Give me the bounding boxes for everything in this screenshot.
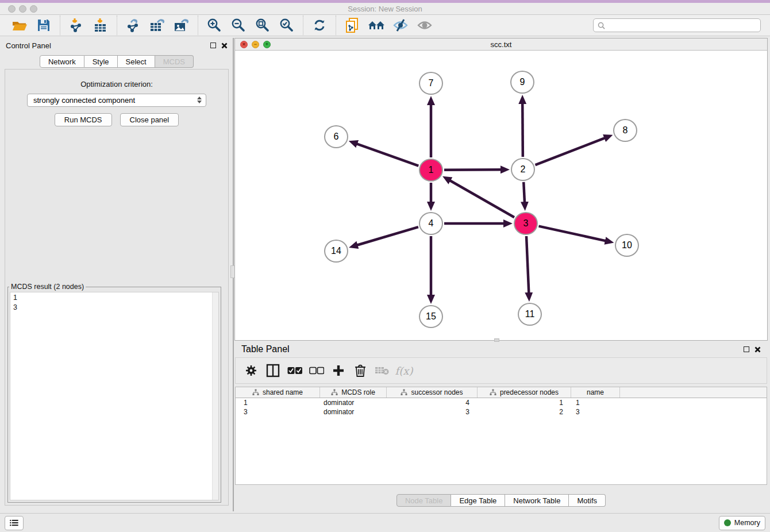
float-panel-icon[interactable] [210,43,216,48]
column-header-shared-name[interactable]: shared name [236,387,320,398]
graph-edge-2-3[interactable] [523,182,525,204]
run-mcds-button[interactable]: Run MCDS [55,113,112,126]
panel-splitter[interactable] [233,38,234,511]
memory-status-icon [724,519,731,526]
deselect-all-button[interactable] [307,361,326,380]
graph-node-4[interactable]: 4 [419,212,443,235]
result-line: 3 [13,303,215,313]
import-table-button[interactable] [88,16,113,34]
home-button[interactable] [364,16,388,34]
main-toolbar [0,15,770,36]
column-header-successor-nodes[interactable]: successor nodes [387,387,478,398]
graph-edge-2-8[interactable] [535,137,606,165]
tab-mcds[interactable]: MCDS [155,55,194,68]
hierarchy-icon [252,389,259,396]
graph-node-8[interactable]: 8 [613,119,637,142]
graph-edge-3-10[interactable] [538,226,607,241]
show-columns-button[interactable] [263,361,283,380]
mcds-result-box: MCDS result (2 nodes) 1 3 [7,283,221,503]
select-stepper-icon [197,97,202,103]
mcds-result-legend: MCDS result (2 nodes) [9,283,86,291]
graph-node-3[interactable]: 3 [514,212,538,235]
zoom-out-button[interactable] [226,16,251,34]
gear-icon [245,364,257,377]
search-box[interactable] [593,18,761,32]
zoom-selected-button[interactable] [275,16,299,34]
cell-shared-name: 3 [236,407,320,417]
tab-network-table[interactable]: Network Table [505,494,569,507]
refresh-button[interactable] [307,16,332,34]
table-row[interactable]: 3 dominator 3 2 3 [236,407,767,417]
network-canvas[interactable]: 7968124314101511 [234,51,768,341]
clone-network-button[interactable] [340,16,364,34]
result-scrollbar[interactable] [212,292,218,500]
column-header-mcds-role[interactable]: MCDS role [320,387,387,398]
cell-predecessor-nodes: 2 [478,407,571,417]
graph-edge-1-2[interactable] [444,169,503,170]
graph-node-10[interactable]: 10 [615,234,639,257]
import-table-icon [93,18,108,33]
checked-boxes-icon [287,367,302,375]
graph-node-7[interactable]: 7 [419,72,443,95]
delete-row-button[interactable] [351,361,370,380]
open-folder-icon [11,18,28,33]
graph-node-9[interactable]: 9 [510,71,534,94]
tab-motifs[interactable]: Motifs [569,494,606,507]
table-panel-title: Table Panel [241,344,290,354]
graph-node-14[interactable]: 14 [324,240,348,263]
close-panel-button[interactable]: Close panel [120,113,179,126]
graph-node-6[interactable]: 6 [324,125,348,148]
graph-node-11[interactable]: 11 [518,303,542,326]
plus-icon [332,364,345,377]
select-all-button[interactable] [285,361,305,380]
graph-edge-3-1[interactable] [448,180,514,218]
column-header-name[interactable]: name [571,387,620,398]
graph-edge-1-6[interactable] [355,143,418,165]
memory-button[interactable]: Memory [719,516,765,530]
tab-network[interactable]: Network [40,55,84,68]
graph-edge-4-14[interactable] [356,227,418,245]
search-input[interactable] [608,21,756,29]
status-bar: Memory [0,513,770,532]
export-table-button[interactable] [145,16,170,34]
mcds-result-textarea[interactable]: 1 3 [10,292,219,500]
close-panel-icon[interactable] [221,43,228,49]
control-panel-title: Control Panel [6,41,51,50]
zoom-fit-button[interactable] [251,16,275,34]
task-history-button[interactable] [5,516,24,530]
import-network-button[interactable] [64,16,88,34]
tab-edge-table[interactable]: Edge Table [451,494,505,507]
zoom-in-button[interactable] [202,16,226,34]
delete-table-icon [375,365,390,376]
graph-node-2[interactable]: 2 [511,158,535,181]
optimization-criterion-select[interactable]: strongly connected component [27,94,206,107]
graph-node-15[interactable]: 15 [419,305,443,328]
export-image-button[interactable] [170,16,194,34]
selected-criterion: strongly connected component [33,96,135,105]
show-hidden-button[interactable] [413,16,437,34]
unchecked-boxes-icon [309,367,324,375]
table-row[interactable]: 1 dominator 4 1 1 [236,398,767,407]
tab-style[interactable]: Style [84,55,118,68]
zoom-out-icon [231,18,246,33]
graph-node-1[interactable]: 1 [419,159,443,182]
graph-edge-3-11[interactable] [526,236,529,295]
table-settings-button[interactable] [241,361,261,380]
cell-name: 3 [571,407,620,417]
tab-node-table[interactable]: Node Table [396,494,452,507]
app-title: Session: New Session [0,5,770,13]
zoom-in-icon [207,18,222,33]
app-titlebar: Session: New Session [0,3,770,15]
add-row-button[interactable] [329,361,348,380]
close-table-panel-icon[interactable] [754,346,761,353]
float-table-panel-icon[interactable] [744,346,749,352]
open-session-button[interactable] [7,16,32,34]
network-window-titlebar[interactable]: × − + scc.txt [234,38,768,51]
hide-selected-button[interactable] [388,16,413,34]
graph-edge-2-9[interactable] [522,102,523,157]
tab-select[interactable]: Select [118,55,155,68]
export-network-button[interactable] [121,16,145,34]
table-tabs: Node Table Edge Table Network Table Moti… [234,494,768,507]
save-session-button[interactable] [32,16,56,34]
column-header-predecessor-nodes[interactable]: predecessor nodes [478,387,571,398]
